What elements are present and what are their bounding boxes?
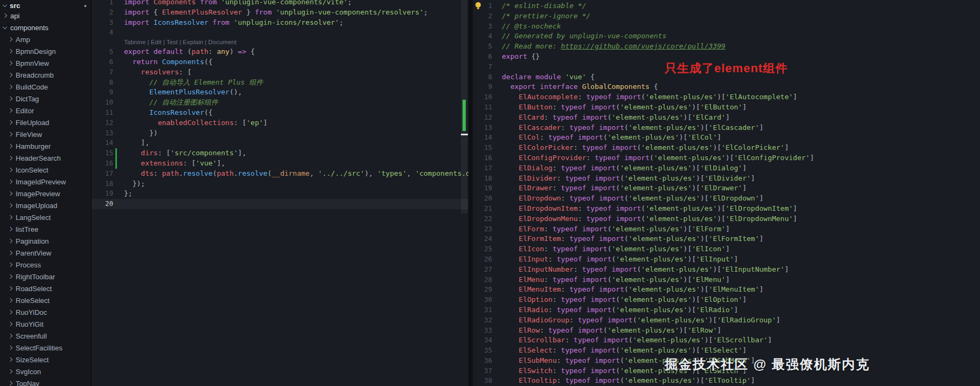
sidebar-item-ruoyidoc[interactable]: RuoYiDoc bbox=[0, 306, 91, 318]
code-line[interactable]: 1/* eslint-disable */ bbox=[473, 1, 980, 11]
code-line[interactable]: 20 ElDropdown: typeof import('element-pl… bbox=[473, 194, 980, 204]
code-line[interactable]: 3import IconsResolver from 'unplugin-ico… bbox=[92, 18, 468, 28]
code-line[interactable]: 15 dirs: ['src/components'], bbox=[92, 148, 468, 158]
sidebar-item-buildcode[interactable]: BuildCode bbox=[0, 81, 91, 93]
sidebar-item-listtree[interactable]: listTree bbox=[0, 223, 91, 235]
code-line[interactable]: 10 // 自动注册图标组件 bbox=[92, 98, 468, 108]
code-line[interactable]: 12 enabledCollections: ['ep'] bbox=[92, 118, 468, 128]
sidebar-item-parentview[interactable]: ParentView bbox=[0, 247, 91, 259]
lightbulb-icon[interactable] bbox=[475, 2, 481, 8]
line-number: 9 bbox=[92, 87, 113, 98]
code-line[interactable]: 13 }) bbox=[92, 128, 468, 139]
code-line[interactable]: 15 ElColorPicker: typeof import('element… bbox=[473, 143, 980, 153]
sidebar-item-fileview[interactable]: FileView bbox=[0, 128, 91, 140]
sidebar-item-imagepreview[interactable]: ImagePreview bbox=[0, 188, 91, 199]
code-line[interactable]: 23 ElForm: typeof import('element-plus/e… bbox=[473, 224, 980, 235]
code-line[interactable]: 5export default (path: any) => { bbox=[92, 47, 468, 57]
chevron-right-icon bbox=[8, 37, 12, 42]
code-line[interactable]: 18 }); bbox=[92, 179, 468, 189]
sidebar-item-api[interactable]: api bbox=[0, 10, 91, 22]
code-line[interactable]: 4// Generated by unplugin-vue-components bbox=[473, 31, 980, 42]
code-line[interactable]: 10 ElAutocomplete: typeof import('elemen… bbox=[473, 92, 980, 102]
code-line[interactable]: 33 ElRow: typeof import('element-plus/es… bbox=[473, 326, 980, 336]
sidebar-item-amp[interactable]: Amp bbox=[0, 33, 91, 45]
sidebar-item-selectfacilities[interactable]: SelectFacilities bbox=[0, 342, 91, 354]
code-line[interactable]: 34 ElScrollbar: typeof import('element-p… bbox=[473, 335, 980, 346]
sidebar-item-sizeselect[interactable]: SizeSelect bbox=[0, 354, 91, 366]
code-line[interactable]: 9 ElementPlusResolver(), bbox=[92, 87, 468, 98]
sidebar-item-roadselect[interactable]: RoadSelect bbox=[0, 282, 91, 294]
sidebar-item-imageidpreview[interactable]: ImageIdPreview bbox=[0, 176, 91, 188]
code-text: // 自动导入 Element Plus 组件 bbox=[124, 78, 263, 88]
sidebar-item-headersearch[interactable]: HeaderSearch bbox=[0, 152, 91, 164]
scrollbar-tick bbox=[461, 134, 468, 135]
chevron-right-icon bbox=[8, 346, 12, 350]
sidebar-item-iconselect[interactable]: IconSelect bbox=[0, 164, 91, 176]
sidebar-item-roleselect[interactable]: RoleSelect bbox=[0, 294, 91, 306]
code-line[interactable]: 3// @ts-nocheck bbox=[473, 22, 980, 32]
code-line[interactable]: 17 ElDialog: typeof import('element-plus… bbox=[473, 163, 980, 174]
code-line[interactable]: 11 ElButton: typeof import('element-plus… bbox=[473, 102, 980, 113]
sidebar-item-fileupload[interactable]: FileUpload bbox=[0, 116, 91, 128]
code-line[interactable]: 5// Read more: https://github.com/vuejs/… bbox=[473, 42, 980, 52]
code-line[interactable]: 14 ElCol: typeof import('element-plus/es… bbox=[473, 133, 980, 143]
line-number: 38 bbox=[477, 376, 492, 386]
code-line[interactable]: 25 ElIcon: typeof import('element-plus/e… bbox=[473, 244, 980, 254]
code-line[interactable]: 29 ElMenuItem: typeof import('element-pl… bbox=[473, 285, 980, 295]
code-line[interactable]: 2import { ElementPlusResolver } from 'un… bbox=[92, 8, 468, 18]
sidebar-item-hamburger[interactable]: Hamburger bbox=[0, 140, 91, 152]
code-line[interactable]: 2/* prettier-ignore */ bbox=[473, 11, 980, 22]
code-line[interactable]: 18 ElDivider: typeof import('element-plu… bbox=[473, 174, 980, 184]
explorer-root-folder[interactable]: src ● bbox=[0, 0, 91, 10]
sidebar-item-screenfull[interactable]: Screenfull bbox=[0, 330, 91, 342]
code-line[interactable]: 26 ElInput: typeof import('element-plus/… bbox=[473, 254, 980, 265]
sidebar-item-imageupload[interactable]: ImageUpload bbox=[0, 199, 91, 211]
code-line[interactable]: 38 ElTooltip: typeof import('element-plu… bbox=[473, 376, 980, 386]
sidebar-item-breadcrumb[interactable]: Breadcrumb bbox=[0, 69, 91, 81]
code-line[interactable]: 12 ElCard: typeof import('element-plus/e… bbox=[473, 113, 980, 123]
code-line[interactable]: 20 bbox=[92, 199, 468, 209]
chevron-right-icon bbox=[8, 322, 12, 326]
sidebar-item-langselect[interactable]: LangSelect bbox=[0, 211, 91, 223]
code-line[interactable]: 9 export interface GlobalComponents { bbox=[473, 82, 980, 92]
explorer-actions-dot-icon[interactable]: ● bbox=[84, 3, 87, 9]
code-line[interactable]: 27 ElInputNumber: typeof import('element… bbox=[473, 265, 980, 275]
code-line[interactable]: 35 ElSelect: typeof import('element-plus… bbox=[473, 346, 980, 356]
code-line[interactable]: 14 ], bbox=[92, 138, 468, 148]
sidebar-item-svgicon[interactable]: SvgIcon bbox=[0, 366, 91, 377]
sidebar-item-bpmnview[interactable]: BpmnView bbox=[0, 57, 91, 69]
chevron-right-icon bbox=[8, 298, 12, 302]
code-line[interactable]: 32 ElRadioGroup: typeof import('element-… bbox=[473, 315, 980, 326]
line-number: 31 bbox=[477, 305, 492, 315]
code-line[interactable]: 28 ElMenu: typeof import('element-plus/e… bbox=[473, 275, 980, 285]
code-line[interactable]: 16 extensions: ['vue'], bbox=[92, 158, 468, 169]
line-number: 17 bbox=[92, 169, 113, 179]
sidebar-item-dicttag[interactable]: DictTag bbox=[0, 93, 91, 105]
code-line[interactable]: 8 // 自动导入 Element Plus 组件 bbox=[92, 78, 468, 88]
code-line[interactable]: 1import Components from 'unplugin-vue-co… bbox=[92, 0, 468, 8]
code-line[interactable]: 6 return Components({ bbox=[92, 57, 468, 67]
code-line[interactable]: 22 ElDropdownMenu: typeof import('elemen… bbox=[473, 214, 980, 224]
code-line[interactable]: 19 ElDrawer: typeof import('element-plus… bbox=[473, 183, 980, 194]
sidebar-item-ruoyigit[interactable]: RuoYiGit bbox=[0, 318, 91, 330]
sidebar-item-editor[interactable]: Editor bbox=[0, 105, 91, 116]
code-line[interactable]: 4 bbox=[92, 27, 468, 38]
code-line[interactable]: 11 IconsResolver({ bbox=[92, 108, 468, 118]
code-line[interactable]: 7 resolvers: [ bbox=[92, 67, 468, 78]
tabnine-codelens-actions[interactable]: Tabnine | Edit | Test | Explain | Docume… bbox=[124, 38, 237, 47]
code-line[interactable]: 16 ElConfigProvider: typeof import('elem… bbox=[473, 153, 980, 163]
code-line[interactable]: 17 dts: path.resolve(path.resolve(__dirn… bbox=[92, 169, 468, 179]
sidebar-item-righttoolbar[interactable]: RightToolbar bbox=[0, 271, 91, 282]
sidebar-item-bpmndesign[interactable]: BpmnDesign bbox=[0, 45, 91, 57]
code-line[interactable]: 21 ElDropdownItem: typeof import('elemen… bbox=[473, 204, 980, 214]
code-line[interactable]: 30 ElOption: typeof import('element-plus… bbox=[473, 295, 980, 305]
sidebar-item-process[interactable]: Process bbox=[0, 259, 91, 271]
sidebar-item-topnav[interactable]: TopNav bbox=[0, 377, 91, 386]
code-line[interactable]: 13 ElCascader: typeof import('element-pl… bbox=[473, 123, 980, 133]
sidebar-item-pagination[interactable]: Pagination bbox=[0, 235, 91, 247]
code-text: import IconsResolver from 'unplugin-icon… bbox=[124, 18, 343, 28]
code-line[interactable]: 31 ElRadio: typeof import('element-plus/… bbox=[473, 305, 980, 315]
sidebar-item-components[interactable]: components bbox=[0, 22, 91, 33]
code-line[interactable]: 19}; bbox=[92, 189, 468, 199]
code-line[interactable]: 24 ElFormItem: typeof import('element-pl… bbox=[473, 234, 980, 244]
